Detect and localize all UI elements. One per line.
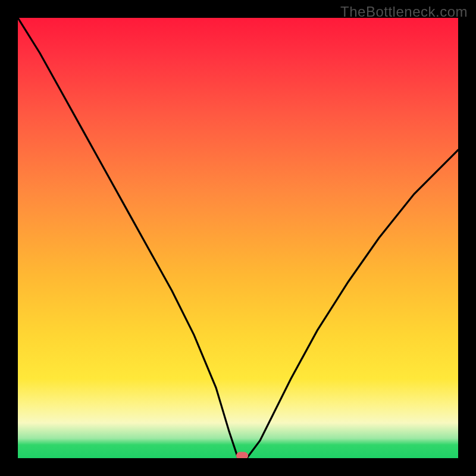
plot-area (18, 18, 458, 458)
optimal-point-marker (236, 452, 248, 459)
bottleneck-curve (18, 18, 458, 458)
chart-frame: TheBottleneck.com (0, 0, 476, 476)
watermark-text: TheBottleneck.com (340, 4, 468, 20)
